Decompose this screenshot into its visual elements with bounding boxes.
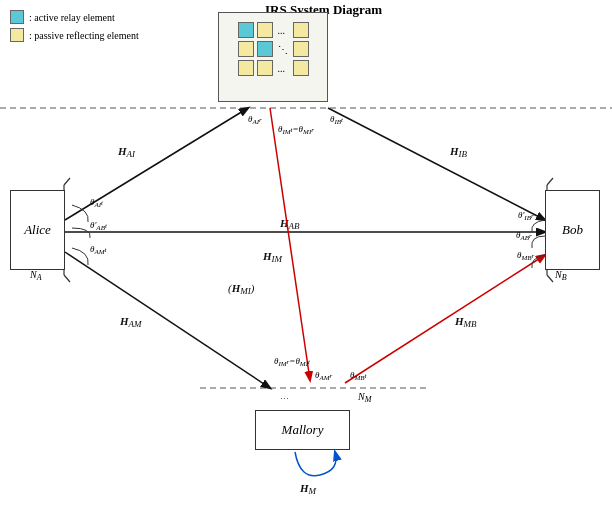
irs-cell-p5 [238, 60, 254, 76]
irs-cell-p7 [293, 60, 309, 76]
label-H-AM: HAM [119, 315, 142, 329]
theta-IM-eq: θIMt=θMIr [278, 124, 314, 136]
label-H-AI: HAI [117, 145, 136, 159]
legend-active: : active relay element [10, 10, 115, 24]
arc-bob-AB [532, 236, 545, 248]
irs-cell-active-1 [238, 22, 254, 38]
theta-IB-r: θ'IBr [518, 210, 534, 222]
theta-AI-t: θAIt [90, 197, 104, 209]
legend-active-box [10, 10, 24, 24]
label-NB: NB [554, 269, 567, 282]
theta-IB-t: θIBt [330, 114, 344, 126]
legend-active-label: : active relay element [29, 12, 115, 23]
irs-dots-row1: ... [276, 22, 290, 38]
diagram-container: HAI HIB HAB HAM HIM HMB [0, 0, 612, 510]
line-H-IM [270, 108, 310, 380]
irs-cell-p3 [238, 41, 254, 57]
irs-cell-passive [257, 22, 273, 38]
theta-IM-r-eq: θIMr=θMIt [274, 356, 311, 368]
bob-antenna-1b [547, 178, 553, 185]
line-H-AM [65, 252, 270, 388]
label-H-AB: HAB [279, 217, 300, 231]
label-NA: NA [29, 269, 42, 282]
theta-AI-r: θAIr [248, 114, 262, 126]
legend-passive: : passive reflecting element [10, 28, 139, 42]
irs-cell-passive-2 [293, 22, 309, 38]
theta-MB-t: θMBt [350, 370, 368, 382]
alice-node: Alice [10, 190, 65, 270]
bob-node: Bob [545, 190, 600, 270]
irs-cell-active-2 [257, 41, 273, 57]
label-H-IM: HIM [262, 250, 283, 264]
theta-AB-t: θ'ABt [90, 220, 108, 232]
bob-label: Bob [562, 222, 583, 238]
label-H-MB: HMB [454, 315, 477, 329]
theta-AM-t: θAMt [90, 244, 108, 256]
theta-AM-r: θAMr [315, 370, 333, 382]
bob-antenna-2b [547, 275, 553, 282]
label-NM: NM [357, 391, 373, 404]
irs-dots-diag: ⋱ [276, 41, 290, 57]
legend-passive-box [10, 28, 24, 42]
label-H-MI-paren: (HMI) [228, 282, 255, 296]
alice-antenna-1b [64, 178, 70, 185]
irs-cell-p4 [293, 41, 309, 57]
irs-node: ... ⋱ ... [218, 12, 328, 102]
mallory-dots: ⋯ [280, 394, 289, 404]
line-H-M [295, 452, 336, 476]
irs-dots-row3: ... [276, 60, 290, 76]
mallory-node: Mallory [255, 410, 350, 450]
label-H-M: HM [299, 482, 317, 496]
label-H-IB: HIB [449, 145, 468, 159]
legend-passive-label: : passive reflecting element [29, 30, 139, 41]
mallory-label: Mallory [282, 422, 324, 438]
theta-MB-r: θMBr [517, 250, 535, 262]
arc-bob-IB [532, 220, 545, 232]
arc-alice-AB [72, 228, 90, 238]
line-H-MB [345, 255, 545, 383]
alice-antenna-2b [64, 275, 70, 282]
line-H-IB [328, 108, 545, 220]
alice-label: Alice [24, 222, 51, 238]
irs-cell-p6 [257, 60, 273, 76]
